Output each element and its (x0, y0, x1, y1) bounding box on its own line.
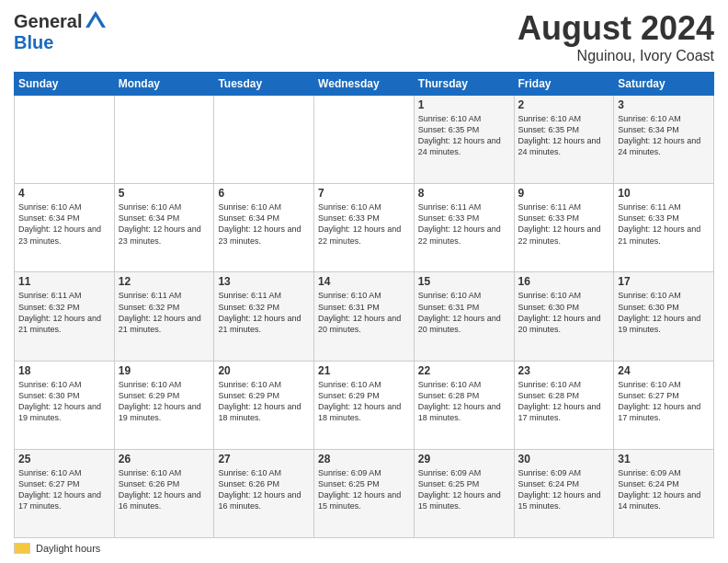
day-number: 6 (218, 187, 310, 200)
week-row-4: 18Sunrise: 6:10 AM Sunset: 6:30 PM Dayli… (15, 361, 714, 449)
day-cell: 14Sunrise: 6:10 AM Sunset: 6:31 PM Dayli… (314, 272, 415, 361)
day-info: Sunrise: 6:10 AM Sunset: 6:34 PM Dayligh… (18, 201, 110, 247)
day-number: 4 (18, 187, 110, 200)
day-cell (15, 96, 115, 184)
day-info: Sunrise: 6:10 AM Sunset: 6:30 PM Dayligh… (18, 379, 110, 424)
day-cell: 27Sunrise: 6:10 AM Sunset: 6:26 PM Dayli… (214, 449, 314, 537)
day-number: 22 (418, 364, 510, 377)
day-cell: 16Sunrise: 6:10 AM Sunset: 6:30 PM Dayli… (514, 272, 614, 361)
day-info: Sunrise: 6:11 AM Sunset: 6:32 PM Dayligh… (18, 290, 110, 335)
day-number: 18 (18, 364, 110, 377)
day-number: 8 (418, 187, 510, 200)
day-info: Sunrise: 6:10 AM Sunset: 6:30 PM Dayligh… (618, 290, 710, 335)
day-number: 1 (418, 98, 510, 111)
main-title: August 2024 (518, 9, 714, 48)
day-number: 29 (418, 453, 510, 465)
day-info: Sunrise: 6:10 AM Sunset: 6:27 PM Dayligh… (618, 379, 710, 424)
day-cell: 29Sunrise: 6:09 AM Sunset: 6:25 PM Dayli… (414, 449, 514, 537)
day-number: 20 (218, 364, 310, 377)
day-cell: 5Sunrise: 6:10 AM Sunset: 6:34 PM Daylig… (114, 184, 214, 272)
day-info: Sunrise: 6:11 AM Sunset: 6:33 PM Dayligh… (518, 201, 610, 247)
day-number: 27 (218, 453, 310, 465)
day-info: Sunrise: 6:10 AM Sunset: 6:29 PM Dayligh… (119, 379, 210, 424)
day-info: Sunrise: 6:11 AM Sunset: 6:33 PM Dayligh… (618, 201, 710, 247)
logo: General Blue (14, 9, 108, 52)
day-info: Sunrise: 6:10 AM Sunset: 6:27 PM Dayligh… (18, 467, 110, 512)
calendar: SundayMondayTuesdayWednesdayThursdayFrid… (14, 72, 714, 538)
day-cell: 17Sunrise: 6:10 AM Sunset: 6:30 PM Dayli… (614, 272, 714, 361)
week-row-1: 1Sunrise: 6:10 AM Sunset: 6:35 PM Daylig… (15, 96, 714, 184)
day-cell: 28Sunrise: 6:09 AM Sunset: 6:25 PM Dayli… (314, 449, 415, 537)
day-info: Sunrise: 6:09 AM Sunset: 6:24 PM Dayligh… (518, 467, 610, 512)
day-cell: 30Sunrise: 6:09 AM Sunset: 6:24 PM Dayli… (514, 449, 614, 537)
page: General Blue August 2024 Nguinou, Ivory … (0, 0, 728, 563)
day-number: 11 (18, 275, 110, 288)
logo-icon (84, 9, 108, 33)
day-number: 5 (119, 187, 210, 200)
calendar-header: SundayMondayTuesdayWednesdayThursdayFrid… (15, 73, 714, 96)
day-number: 28 (318, 453, 410, 465)
day-cell: 18Sunrise: 6:10 AM Sunset: 6:30 PM Dayli… (15, 361, 115, 449)
day-number: 3 (618, 98, 710, 111)
day-cell: 31Sunrise: 6:09 AM Sunset: 6:24 PM Dayli… (614, 449, 714, 537)
day-cell: 20Sunrise: 6:10 AM Sunset: 6:29 PM Dayli… (214, 361, 314, 449)
day-info: Sunrise: 6:09 AM Sunset: 6:24 PM Dayligh… (618, 467, 710, 512)
day-info: Sunrise: 6:10 AM Sunset: 6:33 PM Dayligh… (318, 201, 410, 247)
calendar-body: 1Sunrise: 6:10 AM Sunset: 6:35 PM Daylig… (15, 96, 714, 538)
day-info: Sunrise: 6:10 AM Sunset: 6:28 PM Dayligh… (418, 379, 510, 424)
legend: Daylight hours (14, 543, 714, 554)
week-row-3: 11Sunrise: 6:11 AM Sunset: 6:32 PM Dayli… (15, 272, 714, 361)
day-number: 14 (318, 275, 410, 288)
day-number: 15 (418, 275, 510, 288)
day-number: 26 (119, 453, 210, 465)
day-info: Sunrise: 6:10 AM Sunset: 6:30 PM Dayligh… (518, 290, 610, 335)
day-header-sunday: Sunday (15, 73, 115, 96)
day-cell: 2Sunrise: 6:10 AM Sunset: 6:35 PM Daylig… (514, 96, 614, 184)
day-cell: 1Sunrise: 6:10 AM Sunset: 6:35 PM Daylig… (414, 96, 514, 184)
day-cell: 12Sunrise: 6:11 AM Sunset: 6:32 PM Dayli… (114, 272, 214, 361)
header: General Blue August 2024 Nguinou, Ivory … (14, 9, 714, 64)
day-cell: 11Sunrise: 6:11 AM Sunset: 6:32 PM Dayli… (15, 272, 115, 361)
day-number: 21 (318, 364, 410, 377)
day-header-monday: Monday (114, 73, 214, 96)
day-info: Sunrise: 6:10 AM Sunset: 6:35 PM Dayligh… (518, 113, 610, 158)
day-info: Sunrise: 6:10 AM Sunset: 6:31 PM Dayligh… (418, 290, 510, 335)
day-info: Sunrise: 6:10 AM Sunset: 6:31 PM Dayligh… (318, 290, 410, 335)
day-cell: 4Sunrise: 6:10 AM Sunset: 6:34 PM Daylig… (15, 184, 115, 272)
day-header-thursday: Thursday (414, 73, 514, 96)
day-number: 25 (18, 453, 110, 465)
subtitle: Nguinou, Ivory Coast (518, 48, 714, 64)
day-info: Sunrise: 6:11 AM Sunset: 6:32 PM Dayligh… (218, 290, 310, 335)
title-block: August 2024 Nguinou, Ivory Coast (518, 9, 714, 64)
day-info: Sunrise: 6:10 AM Sunset: 6:26 PM Dayligh… (218, 467, 310, 512)
day-number: 2 (518, 98, 610, 111)
day-cell: 8Sunrise: 6:11 AM Sunset: 6:33 PM Daylig… (414, 184, 514, 272)
day-cell: 19Sunrise: 6:10 AM Sunset: 6:29 PM Dayli… (114, 361, 214, 449)
day-number: 23 (518, 364, 610, 377)
day-cell: 26Sunrise: 6:10 AM Sunset: 6:26 PM Dayli… (114, 449, 214, 537)
day-number: 30 (518, 453, 610, 465)
day-cell: 6Sunrise: 6:10 AM Sunset: 6:34 PM Daylig… (214, 184, 314, 272)
day-number: 16 (518, 275, 610, 288)
day-header-saturday: Saturday (614, 73, 714, 96)
day-info: Sunrise: 6:09 AM Sunset: 6:25 PM Dayligh… (318, 467, 410, 512)
day-header-wednesday: Wednesday (314, 73, 415, 96)
day-cell: 7Sunrise: 6:10 AM Sunset: 6:33 PM Daylig… (314, 184, 415, 272)
day-info: Sunrise: 6:11 AM Sunset: 6:33 PM Dayligh… (418, 201, 510, 247)
day-number: 9 (518, 187, 610, 200)
week-row-5: 25Sunrise: 6:10 AM Sunset: 6:27 PM Dayli… (15, 449, 714, 537)
day-number: 7 (318, 187, 410, 200)
header-row: SundayMondayTuesdayWednesdayThursdayFrid… (15, 73, 714, 96)
day-cell: 21Sunrise: 6:10 AM Sunset: 6:29 PM Dayli… (314, 361, 415, 449)
day-info: Sunrise: 6:10 AM Sunset: 6:35 PM Dayligh… (418, 113, 510, 158)
day-info: Sunrise: 6:10 AM Sunset: 6:34 PM Dayligh… (218, 201, 310, 247)
day-number: 10 (618, 187, 710, 200)
day-info: Sunrise: 6:10 AM Sunset: 6:28 PM Dayligh… (518, 379, 610, 424)
day-number: 31 (618, 453, 710, 465)
day-header-tuesday: Tuesday (214, 73, 314, 96)
day-cell: 25Sunrise: 6:10 AM Sunset: 6:27 PM Dayli… (15, 449, 115, 537)
day-info: Sunrise: 6:10 AM Sunset: 6:26 PM Dayligh… (119, 467, 210, 512)
day-info: Sunrise: 6:10 AM Sunset: 6:29 PM Dayligh… (218, 379, 310, 424)
daylight-label: Daylight hours (36, 543, 100, 554)
day-cell (314, 96, 415, 184)
